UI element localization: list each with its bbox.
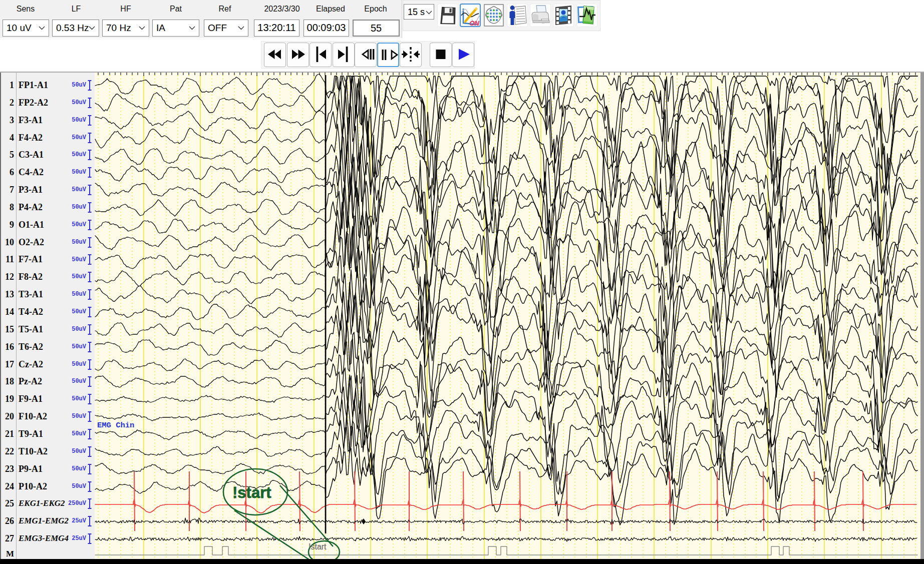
svg-text:!start: !start: [309, 542, 327, 551]
svg-text:!start: !start: [232, 484, 271, 501]
svg-text:EMG Chin: EMG Chin: [97, 421, 134, 430]
